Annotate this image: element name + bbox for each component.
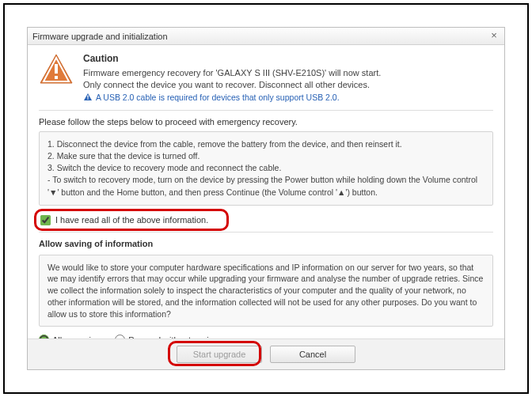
usb-note-text: A USB 2.0 cable is required for devices …	[96, 93, 340, 102]
warning-icon	[39, 53, 74, 85]
caution-heading: Caution	[83, 53, 493, 64]
caution-text: Caution Firmware emergency recovery for …	[83, 53, 493, 102]
step-1: 1. Disconnect the device from the cable,…	[48, 138, 484, 150]
step-3: 3. Switch the device to recovery mode an…	[48, 162, 484, 174]
titlebar: Firmware upgrade and initialization ×	[28, 28, 504, 45]
step-4: - To switch to recovery mode, turn on th…	[48, 174, 484, 198]
divider-2	[39, 232, 493, 233]
step-2: 2. Make sure that the device is turned o…	[48, 150, 484, 162]
close-icon[interactable]: ×	[488, 31, 500, 42]
caution-line1: Firmware emergency recovery for 'GALAXY …	[83, 67, 493, 79]
lead-text: Please follow the steps below to proceed…	[39, 117, 493, 127]
steps-box: 1. Disconnect the device from the cable,…	[39, 131, 493, 206]
window-title: Firmware upgrade and initialization	[32, 32, 488, 41]
info-icon	[83, 93, 93, 102]
info-box: We would like to store your computer har…	[39, 255, 493, 327]
confirm-checkbox[interactable]	[40, 215, 51, 225]
start-upgrade-button[interactable]: Start upgrade	[177, 346, 262, 363]
cancel-button[interactable]: Cancel	[270, 346, 355, 363]
confirm-row: I have read all of the above information…	[39, 212, 493, 229]
confirm-label[interactable]: I have read all of the above information…	[55, 215, 208, 225]
button-bar: Start upgrade Cancel	[28, 338, 504, 369]
outer-frame: Firmware upgrade and initialization × Ca…	[3, 3, 529, 394]
usb-note-row: A USB 2.0 cable is required for devices …	[83, 93, 493, 102]
allow-heading: Allow saving of information	[39, 239, 493, 251]
svg-rect-3	[55, 76, 58, 79]
svg-rect-2	[55, 64, 58, 74]
dialog-window: Firmware upgrade and initialization × Ca…	[27, 27, 505, 370]
caution-block: Caution Firmware emergency recovery for …	[39, 53, 493, 102]
content-area: Caution Firmware emergency recovery for …	[28, 45, 504, 338]
svg-rect-5	[87, 95, 88, 97]
divider	[39, 110, 493, 111]
svg-rect-6	[87, 98, 88, 99]
caution-line2: Only connect the device you want to reco…	[83, 79, 493, 91]
